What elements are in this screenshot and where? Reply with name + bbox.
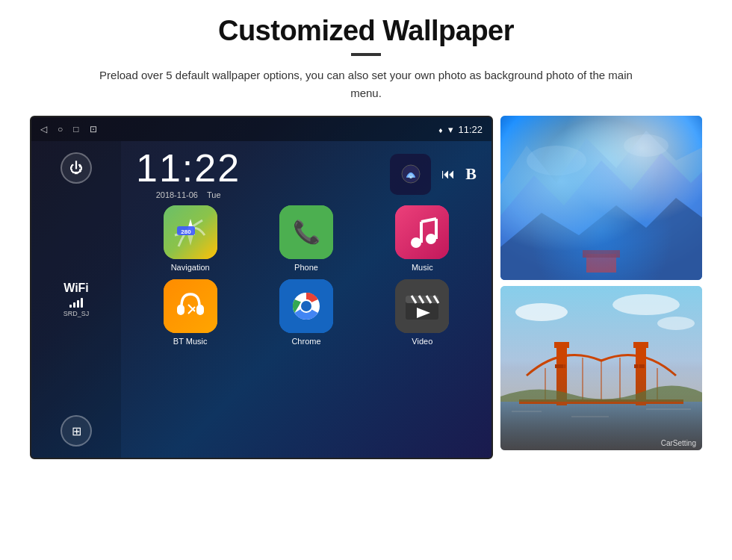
page-wrapper: Customized Wallpaper Preload over 5 defa… xyxy=(0,0,732,560)
clock-block: 11:22 2018-11-06 Tue xyxy=(136,149,241,199)
svg-point-1 xyxy=(409,175,412,178)
all-apps-button[interactable]: ⊞ xyxy=(61,415,92,447)
screenshot-nav-icon[interactable]: ⊡ xyxy=(90,124,97,134)
power-button[interactable]: ⏻ xyxy=(61,152,92,184)
app-item-bt-music[interactable]: BT Music xyxy=(136,279,244,346)
svg-text:📞: 📞 xyxy=(292,219,320,246)
svg-rect-49 xyxy=(633,342,648,348)
svg-marker-33 xyxy=(500,198,702,280)
car-setting-label: CarSetting xyxy=(661,439,696,447)
recents-nav-icon[interactable]: □ xyxy=(73,124,78,134)
svg-rect-50 xyxy=(555,364,565,368)
status-time: 11:22 xyxy=(458,124,483,135)
phone-label: Phone xyxy=(294,263,318,272)
signal-bars xyxy=(63,297,90,308)
signal-bar-4 xyxy=(81,298,83,308)
app-item-navigation[interactable]: 280 Navigation xyxy=(136,205,244,272)
back-nav-icon[interactable]: ◁ xyxy=(40,124,47,134)
video-icon xyxy=(395,279,449,333)
power-icon: ⏻ xyxy=(69,161,83,176)
status-bar: ◁ ○ □ ⊡ ⬧ ▾ 11:22 xyxy=(31,117,491,141)
clock-area: 11:22 2018-11-06 Tue xyxy=(128,149,484,199)
page-title: Customized Wallpaper xyxy=(218,15,514,47)
app-grid: 280 Navigation 📞 xyxy=(128,205,484,346)
wallpaper-bridge[interactable]: CarSetting xyxy=(500,286,702,450)
chrome-label: Chrome xyxy=(291,337,320,346)
svg-marker-31 xyxy=(500,131,702,280)
screen-main: ⏻ WiFi SRD_SJ ⊞ xyxy=(31,141,491,458)
wifi-label: WiFi xyxy=(63,281,90,295)
bt-music-icon xyxy=(164,279,217,333)
screen-center: 11:22 2018-11-06 Tue xyxy=(121,141,491,458)
svg-rect-48 xyxy=(554,342,569,348)
left-sidebar: ⏻ WiFi SRD_SJ ⊞ xyxy=(31,141,121,458)
content-area: ◁ ○ □ ⊡ ⬧ ▾ 11:22 ⏻ xyxy=(30,116,702,459)
navigation-icon: 280 xyxy=(164,205,217,259)
right-wallpaper-panel: CarSetting xyxy=(500,116,702,459)
grid-icon: ⊞ xyxy=(72,424,81,438)
svg-point-11 xyxy=(426,234,436,244)
svg-point-10 xyxy=(411,237,421,248)
prev-track-icon[interactable]: ⏮ xyxy=(441,167,455,182)
wallpaper-ice[interactable] xyxy=(500,116,702,280)
phone-icon: 📞 xyxy=(279,205,333,259)
home-nav-icon[interactable]: ○ xyxy=(58,124,63,134)
android-screen: ◁ ○ □ ⊡ ⬧ ▾ 11:22 ⏻ xyxy=(30,116,493,459)
wifi-app-icon[interactable] xyxy=(390,154,431,195)
signal-bar-3 xyxy=(77,300,79,308)
navigation-label: Navigation xyxy=(171,263,210,272)
svg-text:280: 280 xyxy=(181,228,191,235)
wifi-network-name: SRD_SJ xyxy=(63,310,90,317)
wifi-block: WiFi SRD_SJ xyxy=(63,281,90,317)
video-label: Video xyxy=(412,337,432,346)
track-label: B xyxy=(465,164,477,184)
svg-rect-59 xyxy=(519,399,683,404)
app-item-video[interactable]: Video xyxy=(368,279,477,346)
svg-rect-30 xyxy=(500,116,702,280)
svg-point-41 xyxy=(657,317,695,330)
music-icon xyxy=(395,205,449,259)
bt-music-label: BT Music xyxy=(173,337,208,346)
signal-bar-2 xyxy=(73,302,75,308)
app-item-chrome[interactable]: Chrome xyxy=(252,279,360,346)
svg-point-40 xyxy=(612,294,680,315)
svg-marker-32 xyxy=(500,153,702,280)
title-divider xyxy=(351,53,381,56)
svg-rect-51 xyxy=(634,364,645,368)
svg-point-21 xyxy=(301,301,311,311)
clock-date: 2018-11-06 Tue xyxy=(136,190,241,199)
status-bar-right: ⬧ ▾ 11:22 xyxy=(438,124,483,135)
top-right-icons: ⏮ B xyxy=(390,154,477,195)
app-item-phone[interactable]: 📞 Phone xyxy=(252,205,360,272)
wifi-icon: ▾ xyxy=(448,124,453,135)
svg-rect-16 xyxy=(177,305,184,315)
status-bar-left: ◁ ○ □ ⊡ xyxy=(40,124,97,134)
cast-icon xyxy=(400,164,421,184)
location-icon: ⬧ xyxy=(438,124,444,135)
app-item-music[interactable]: Music xyxy=(368,205,477,272)
clock-time: 11:22 xyxy=(136,149,241,187)
svg-point-35 xyxy=(624,134,669,157)
page-description: Preload over 5 default wallpaper options… xyxy=(86,66,646,102)
signal-bar-1 xyxy=(69,305,72,308)
svg-point-34 xyxy=(527,146,586,175)
svg-rect-17 xyxy=(196,305,204,315)
svg-point-39 xyxy=(515,303,568,321)
svg-rect-36 xyxy=(586,254,616,273)
svg-rect-37 xyxy=(583,250,620,258)
music-label: Music xyxy=(412,263,433,272)
chrome-icon xyxy=(279,279,333,333)
